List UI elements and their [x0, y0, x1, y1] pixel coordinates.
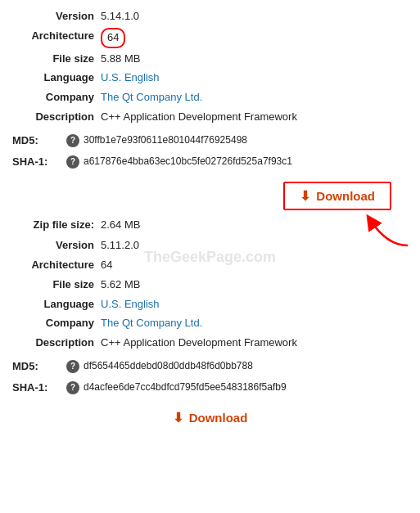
language2-value: U.S. English — [101, 296, 160, 313]
architecture-row: Architecture 64 — [12, 28, 408, 48]
filesize2-row: File size 5.62 MB — [12, 277, 408, 294]
download-section-secondary: ⬇ Download — [12, 405, 408, 430]
language2-label: Language — [12, 296, 94, 313]
md5-2-label: MD5: — [12, 358, 61, 376]
version-row: Version 5.14.1.0 — [12, 8, 408, 25]
md5-row: MD5: ? 30ffb1e7e93f0611e801044f76925498 — [12, 133, 408, 150]
company2-row: Company The Qt Company Ltd. — [12, 315, 408, 332]
sha1-2-value: d4acfee6de7cc4bdfcd795fd5ee5483186f5afb9 — [84, 380, 287, 395]
md5-2-info-icon[interactable]: ? — [66, 360, 79, 373]
description2-label: Description — [12, 335, 94, 352]
sha1-2-info-icon[interactable]: ? — [66, 381, 79, 394]
sha1-label: SHA-1: — [12, 154, 61, 171]
language-row: Language U.S. English — [12, 70, 408, 87]
version-label: Version — [12, 8, 94, 25]
architecture2-value: 64 — [101, 257, 112, 274]
company-label: Company — [12, 89, 94, 106]
version2-row: Version 5.11.2.0 — [12, 237, 408, 254]
sha1-value: a617876e4bba63ec10bc5fe02726fd525a7f93c1 — [84, 154, 292, 169]
version-value: 5.14.1.0 — [101, 8, 139, 25]
zip-label: Zip file size: — [12, 217, 94, 234]
company-row: Company The Qt Company Ltd. — [12, 89, 408, 106]
arrow-indicator — [363, 205, 412, 250]
md5-2-row: MD5: ? df5654465ddebd08d0ddb48f6d0bb788 — [12, 358, 408, 376]
filesize-label: File size — [12, 51, 94, 68]
zip-value: 2.64 MB — [101, 217, 140, 234]
sha1-2-label: SHA-1: — [12, 380, 61, 397]
download-label-primary: Download — [316, 189, 375, 203]
block1: Version 5.14.1.0 Architecture 64 File si… — [12, 8, 408, 126]
zip-size-row: Zip file size: 2.64 MB — [12, 217, 408, 234]
download-button-secondary[interactable]: ⬇ Download — [158, 405, 263, 430]
description-row: Description C++ Application Development … — [12, 109, 408, 126]
description-value: C++ Application Development Framework — [101, 109, 297, 126]
language-label: Language — [12, 70, 94, 87]
md5-value: 30ffb1e7e93f0611e801044f76925498 — [84, 133, 247, 148]
language-value: U.S. English — [101, 70, 160, 87]
download-section-primary: ⬇ Download — [12, 182, 408, 210]
sha1-info-icon[interactable]: ? — [66, 155, 79, 169]
version2-label: Version — [12, 237, 94, 254]
sha1-row: SHA-1: ? a617876e4bba63ec10bc5fe02726fd5… — [12, 154, 408, 171]
download-icon-secondary: ⬇ — [173, 410, 183, 425]
sha1-2-row: SHA-1: ? d4acfee6de7cc4bdfcd795fd5ee5483… — [12, 380, 408, 397]
description2-row: Description C++ Application Development … — [12, 335, 408, 352]
md5-label: MD5: — [12, 133, 61, 150]
md5-info-icon[interactable]: ? — [66, 134, 79, 147]
md5-2-value: df5654465ddebd08d0ddb48f6d0bb788 — [84, 358, 253, 374]
company2-label: Company — [12, 315, 94, 332]
download-label-secondary: Download — [189, 411, 248, 425]
filesize-row: File size 5.88 MB — [12, 51, 408, 68]
description-label: Description — [12, 109, 94, 126]
filesize-value: 5.88 MB — [101, 51, 140, 68]
description2-value: C++ Application Development Framework — [101, 335, 297, 352]
company2-value: The Qt Company Ltd. — [101, 315, 202, 332]
architecture2-label: Architecture — [12, 257, 94, 274]
architecture-label: Architecture — [12, 28, 94, 48]
language2-row: Language U.S. English — [12, 296, 408, 313]
filesize2-label: File size — [12, 277, 94, 294]
filesize2-value: 5.62 MB — [101, 277, 140, 294]
download-icon-primary: ⬇ — [300, 188, 310, 204]
architecture2-row: Architecture 64 — [12, 257, 408, 274]
architecture-value: 64 — [101, 28, 125, 48]
version2-value: 5.11.2.0 — [101, 237, 139, 254]
block2: Version 5.11.2.0 Architecture 64 File si… — [12, 237, 408, 352]
company-value: The Qt Company Ltd. — [101, 89, 202, 106]
